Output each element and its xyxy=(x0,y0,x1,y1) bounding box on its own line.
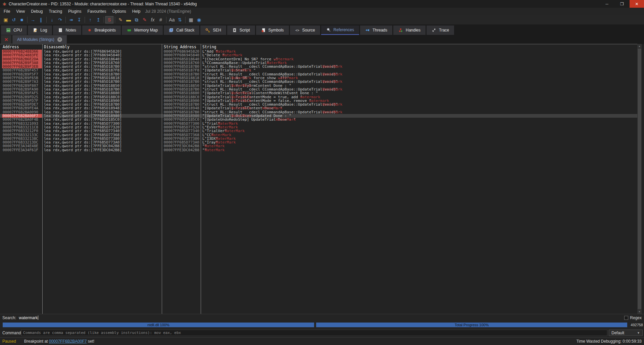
progress-bar-row: ntdll.dll 100% Total Progress 100% 49275… xyxy=(0,321,644,329)
pause-icon[interactable]: ∥ xyxy=(37,16,45,23)
tab-label: Trace xyxy=(439,28,449,33)
tab-memory-map[interactable]: Memory Map xyxy=(122,25,163,35)
status-message-suffix: set! xyxy=(88,339,94,344)
tab-label: Handles xyxy=(406,28,420,33)
font-icon[interactable]: Aa xyxy=(168,16,176,23)
disassembly-cell: lea rax,qword ptr ds:[7FF6B5D187B0] xyxy=(44,80,122,83)
run-icon[interactable]: → xyxy=(29,16,37,23)
tab-call-stack[interactable]: Call Stack xyxy=(164,25,199,35)
command-input[interactable]: Commands are comma separated (like assem… xyxy=(21,330,607,336)
step-out-icon[interactable]: ↑ xyxy=(86,16,94,23)
search-input[interactable]: watermark xyxy=(19,315,38,320)
tool-bar: ▣↺■→∥↓↷↠↧↑↥S✎▬⧉✎fx#Aa⇅▦◉ xyxy=(0,15,644,24)
scroll-down-icon[interactable]: ▼ xyxy=(637,309,642,314)
close-all-references-button[interactable]: ✕ xyxy=(1,35,11,44)
script-icon xyxy=(232,28,237,33)
string-cell: "WaterMark" xyxy=(202,148,207,152)
tab-label: Call Stack xyxy=(176,28,194,33)
vertical-scrollbar[interactable]: ▲ ▼ xyxy=(637,44,642,314)
menu-debug[interactable]: Debug xyxy=(28,8,46,15)
tab-breakpoints[interactable]: Breakpoints xyxy=(82,25,121,35)
run-to-return-icon[interactable]: ↠ xyxy=(67,16,75,23)
address-cell: 00007FF6B2B9FAF5 xyxy=(3,91,38,95)
main-tab-bar: 64CPULogNotesBreakpointsMemory MapCall S… xyxy=(0,24,644,35)
seh-icon xyxy=(205,28,210,33)
scrollbar-thumb[interactable] xyxy=(638,49,641,309)
log-icon xyxy=(33,28,38,33)
minimize-button[interactable]: ─ xyxy=(599,0,614,8)
table-row[interactable]: 00007FF6B2B9FAF5lea rdx,qword ptr ds:[7F… xyxy=(0,91,637,95)
disassembly-cell: lea rdx,qword ptr ds:[7FF6B6945840] xyxy=(44,53,122,57)
menu-plugins[interactable]: Plugins xyxy=(65,8,84,15)
maximize-button[interactable]: ❐ xyxy=(614,0,630,8)
column-header-string[interactable]: String xyxy=(202,44,216,50)
menu-favourites[interactable]: Favourites xyxy=(84,8,109,15)
column-header-string-address[interactable]: String Address xyxy=(164,44,196,50)
svg-text:<>: <> xyxy=(295,28,299,32)
status-message: Breakpoint at 00007FF6B2BA00F7 set! xyxy=(24,339,95,344)
toolbar-separator xyxy=(85,17,85,23)
help-icon[interactable]: ◉ xyxy=(195,16,203,23)
seh-chain-icon[interactable]: S xyxy=(105,16,113,23)
breakpoint-address-link[interactable]: 00007FF6B2BA00F7 xyxy=(49,339,87,344)
tab-label: Log xyxy=(40,28,47,33)
tab-source[interactable]: <>Source xyxy=(290,25,320,35)
string-cell: "struct RL::Result __cdecl CCommandApBas… xyxy=(202,80,338,83)
table-row[interactable]: 00007FFE3A34F61Flea rdx,qword ptr ds:[7F… xyxy=(0,148,637,152)
label-icon[interactable]: ⧉ xyxy=(133,16,141,23)
subtab-close-icon[interactable]: ✕ xyxy=(57,37,62,42)
table-row[interactable]: 00007FF6B2B9F7A3lea rax,qword ptr ds:[7F… xyxy=(0,80,637,83)
tab-label: SEH xyxy=(213,28,221,33)
tab-threads[interactable]: Threads xyxy=(360,25,392,35)
menu-tracing[interactable]: Tracing xyxy=(46,8,65,15)
column-header-address[interactable]: Address xyxy=(3,44,19,50)
tab-label: Source xyxy=(302,28,315,33)
stop-icon[interactable]: ■ xyxy=(18,16,26,23)
close-button[interactable]: ✕ xyxy=(630,0,644,8)
toolbar-separator xyxy=(166,17,166,23)
tab-cpu[interactable]: 64CPU xyxy=(1,25,27,35)
command-profile-select[interactable]: Default ▼ xyxy=(609,330,643,336)
tab-references[interactable]: References xyxy=(321,25,359,35)
restart-icon[interactable]: ↺ xyxy=(10,16,18,23)
highlight-icon[interactable]: ✎ xyxy=(141,16,149,23)
hash-icon[interactable]: # xyxy=(157,16,165,23)
address-cell: 00007FF6B33212F0 xyxy=(3,129,38,133)
table-row[interactable]: 00007FF6B2BA0F4Blea rdx,qword ptr ds:[7F… xyxy=(0,118,637,121)
tab-symbols[interactable]: Symbols xyxy=(256,25,289,35)
execute-till-return-icon[interactable]: ↧ xyxy=(75,16,83,23)
tab-notes[interactable]: Notes xyxy=(53,25,81,35)
scroll-up-icon[interactable]: ▲ xyxy=(637,44,642,48)
tab-trace[interactable]: Trace xyxy=(427,25,454,35)
open-file-icon[interactable]: ▣ xyxy=(2,16,10,23)
address-cell: 00007FF6B24883FE xyxy=(2,53,42,57)
updown-icon[interactable]: ⇅ xyxy=(176,16,184,23)
toolbar-separator xyxy=(104,17,104,23)
column-header-disassembly[interactable]: Disassembly xyxy=(44,44,69,50)
patch-icon[interactable]: ✎ xyxy=(116,16,125,23)
toolbar-separator xyxy=(115,17,115,23)
table-row[interactable]: 00007FF6B33212F0lea rdx,qword ptr ds:[7F… xyxy=(0,129,637,133)
text-caret xyxy=(38,315,38,320)
tab-script[interactable]: Script xyxy=(227,25,255,35)
fx-icon[interactable]: fx xyxy=(149,16,157,23)
menu-bar: FileViewDebugTracingPluginsFavouritesOpt… xyxy=(0,8,644,15)
search-bar[interactable]: Search: watermark Regex xyxy=(0,314,644,321)
menu-options[interactable]: Options xyxy=(109,8,129,15)
regex-checkbox[interactable] xyxy=(624,316,628,320)
calculator-icon[interactable]: ▦ xyxy=(187,16,195,23)
tab-log[interactable]: Log xyxy=(28,25,52,35)
step-into-icon[interactable]: ↓ xyxy=(48,16,56,23)
subtab-all-modules-strings[interactable]: All Modules (Strings) ✕ xyxy=(12,35,67,44)
menu-help[interactable]: Help xyxy=(129,8,144,15)
step-over-icon[interactable]: ↷ xyxy=(56,16,64,23)
toolbar-separator xyxy=(185,17,186,23)
menu-view[interactable]: View xyxy=(13,8,28,15)
run-to-user-code-icon[interactable]: ↥ xyxy=(94,16,102,23)
menu-file[interactable]: File xyxy=(1,8,13,15)
tab-label: Notes xyxy=(65,28,76,33)
comment-icon[interactable]: ▬ xyxy=(125,16,133,23)
tab-handles[interactable]: Handles xyxy=(393,25,426,35)
table-row[interactable]: 00007FF6B24883FElea rdx,qword ptr ds:[7F… xyxy=(0,53,637,57)
tab-seh[interactable]: SEH xyxy=(200,25,226,35)
